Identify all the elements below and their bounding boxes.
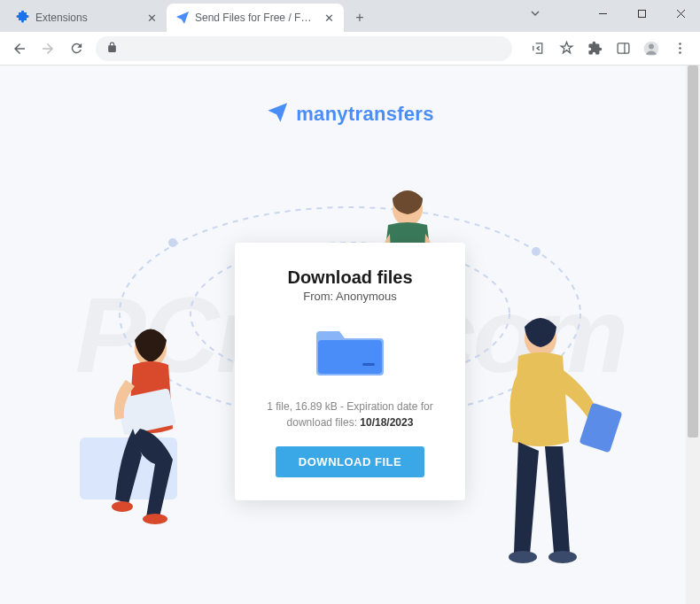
extensions-icon[interactable] bbox=[581, 36, 608, 61]
svg-point-23 bbox=[548, 551, 577, 563]
svg-point-5 bbox=[649, 43, 654, 49]
svg-rect-24 bbox=[362, 363, 375, 366]
share-icon[interactable] bbox=[525, 36, 551, 61]
window-controls bbox=[583, 0, 700, 27]
scrollbar[interactable] bbox=[686, 66, 700, 604]
illustration-person-left bbox=[71, 314, 222, 526]
browser-window: Extensions ✕ Send Files for Free / Fast … bbox=[0, 0, 700, 604]
puzzle-icon bbox=[16, 11, 30, 25]
paper-plane-icon bbox=[175, 11, 190, 25]
card-info: 1 file, 16.89 kB - Expiration date for d… bbox=[256, 399, 444, 430]
download-file-button[interactable]: DOWNLOAD FILE bbox=[276, 446, 424, 477]
toolbar-actions bbox=[525, 36, 693, 61]
svg-point-16 bbox=[112, 501, 133, 512]
toolbar bbox=[0, 32, 700, 66]
svg-rect-1 bbox=[638, 10, 645, 17]
brand-name: manytransfers bbox=[296, 103, 434, 126]
svg-point-8 bbox=[679, 51, 681, 54]
menu-icon[interactable] bbox=[666, 36, 693, 61]
new-tab-button[interactable]: + bbox=[347, 5, 372, 30]
tab-title: Extensions bbox=[35, 12, 140, 24]
profile-icon[interactable] bbox=[638, 36, 665, 61]
svg-point-7 bbox=[679, 47, 681, 50]
svg-point-6 bbox=[679, 43, 681, 45]
illustration-person-right bbox=[470, 305, 629, 570]
bookmark-icon[interactable] bbox=[553, 36, 579, 61]
folder-icon bbox=[315, 321, 385, 377]
titlebar: Extensions ✕ Send Files for Free / Fast … bbox=[0, 0, 700, 32]
svg-point-12 bbox=[532, 247, 541, 256]
tab-extensions[interactable]: Extensions ✕ bbox=[7, 4, 167, 32]
svg-point-17 bbox=[143, 514, 167, 524]
svg-point-11 bbox=[168, 238, 177, 247]
tab-title: Send Files for Free / Fast & Secu bbox=[195, 12, 317, 24]
back-button[interactable] bbox=[7, 36, 32, 61]
page-content: PCrisk.com manytransfers bbox=[0, 66, 700, 604]
close-icon[interactable]: ✕ bbox=[323, 12, 335, 24]
close-icon[interactable]: ✕ bbox=[145, 12, 158, 24]
close-window-button[interactable] bbox=[661, 0, 700, 27]
svg-point-22 bbox=[509, 551, 537, 563]
reload-button[interactable] bbox=[64, 36, 89, 61]
svg-rect-2 bbox=[618, 43, 629, 53]
maximize-button[interactable] bbox=[622, 0, 661, 27]
tab-strip: Extensions ✕ Send Files for Free / Fast … bbox=[0, 0, 372, 32]
scrollbar-thumb[interactable] bbox=[688, 66, 698, 438]
lock-icon bbox=[106, 42, 118, 56]
paper-plane-icon bbox=[266, 101, 289, 128]
sidepanel-icon[interactable] bbox=[610, 36, 636, 61]
card-title: Download files bbox=[256, 267, 444, 288]
forward-button[interactable] bbox=[35, 36, 60, 61]
card-from: From: Anonymous bbox=[256, 290, 444, 303]
address-bar[interactable] bbox=[96, 36, 512, 61]
minimize-button[interactable] bbox=[583, 0, 622, 27]
tab-sendfiles[interactable]: Send Files for Free / Fast & Secu ✕ bbox=[167, 4, 344, 32]
download-card: Download files From: Anonymous 1 file, 1… bbox=[235, 243, 465, 500]
tab-dropdown-icon[interactable] bbox=[530, 7, 541, 21]
brand-logo: manytransfers bbox=[266, 101, 434, 128]
